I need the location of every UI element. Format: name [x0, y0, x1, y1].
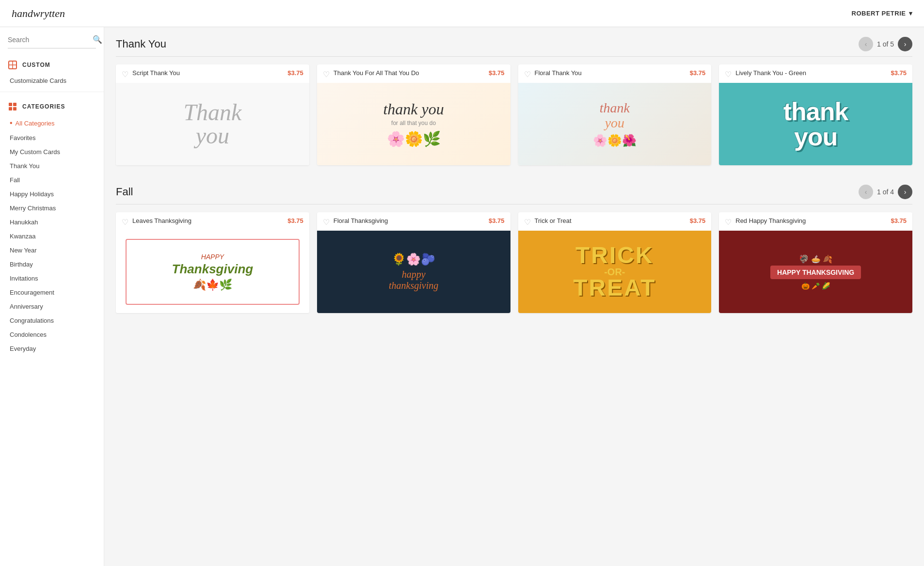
- chevron-down-icon: ▾: [909, 10, 913, 17]
- card-price: $3.75: [891, 69, 907, 77]
- card-name: Script Thank You: [132, 69, 180, 78]
- card-price: $3.75: [287, 217, 303, 224]
- sidebar-item-everyday[interactable]: Everyday: [0, 342, 104, 356]
- card-price: $3.75: [489, 69, 505, 77]
- card-header: ♡ Red Happy Thanksgiving $3.75: [719, 212, 912, 231]
- card-title-row: ♡ Leaves Thanksgiving: [122, 217, 191, 227]
- svg-rect-4: [13, 103, 16, 106]
- card-title-row: ♡ Floral Thanksgiving: [323, 217, 388, 227]
- card-image: thank you 🌸🌼🌺: [518, 83, 712, 165]
- search-input[interactable]: [8, 36, 93, 44]
- fall-next-button[interactable]: ›: [898, 185, 912, 199]
- custom-section-header: CUSTOM: [0, 56, 104, 74]
- sidebar: 🔍 CUSTOM Customizable Cards: [0, 27, 104, 566]
- happy-holidays-label: Happy Holidays: [10, 190, 54, 198]
- card-image: TRICK -OR- TREAT: [518, 231, 712, 313]
- card-price: $3.75: [891, 217, 907, 224]
- sidebar-item-customizable-cards[interactable]: Customizable Cards: [0, 74, 104, 88]
- sidebar-item-invitations[interactable]: Invitations: [0, 271, 104, 285]
- card-price: $3.75: [690, 69, 706, 77]
- card-leaves-thanksgiving[interactable]: ♡ Leaves Thanksgiving $3.75 HAPPY Thanks…: [116, 212, 309, 313]
- card-script-thank-you[interactable]: ♡ Script Thank You $3.75 Thank you: [116, 64, 309, 165]
- everyday-label: Everyday: [10, 345, 36, 352]
- categories-label: CATEGORIES: [22, 103, 65, 110]
- customizable-cards-label: Customizable Cards: [10, 77, 66, 84]
- card-image: 🦃 🥧 🍂 HAPPY THANKSGIVING 🎃 🥕 🌽: [719, 231, 912, 313]
- card-title-row: ♡ Script Thank You: [122, 69, 180, 79]
- sidebar-item-condolences[interactable]: Condolences: [0, 328, 104, 342]
- heart-icon[interactable]: ♡: [524, 70, 531, 79]
- heart-icon[interactable]: ♡: [725, 70, 732, 79]
- thank-you-prev-button[interactable]: ‹: [859, 37, 873, 51]
- card-title-row: ♡ Floral Thank You: [524, 69, 582, 79]
- heart-icon[interactable]: ♡: [122, 70, 128, 79]
- birthday-label: Birthday: [10, 261, 33, 268]
- all-categories-label: All Categories: [16, 120, 55, 127]
- new-year-label: New Year: [10, 247, 37, 254]
- anniversary-label: Anniversary: [10, 303, 43, 310]
- fall-pagination: ‹ 1 of 4 ›: [859, 185, 912, 199]
- sidebar-item-my-custom-cards[interactable]: My Custom Cards: [0, 145, 104, 159]
- sidebar-item-new-year[interactable]: New Year: [0, 243, 104, 257]
- heart-icon[interactable]: ♡: [725, 218, 732, 227]
- custom-label: CUSTOM: [22, 62, 50, 68]
- fall-cards-grid: ♡ Leaves Thanksgiving $3.75 HAPPY Thanks…: [116, 212, 912, 313]
- card-name: Floral Thank You: [535, 69, 582, 78]
- heart-icon[interactable]: ♡: [323, 218, 330, 227]
- thank-you-next-button[interactable]: ›: [898, 37, 912, 51]
- search-container: 🔍: [8, 35, 96, 48]
- sidebar-divider: [0, 92, 104, 92]
- favorites-label: Favorites: [10, 134, 35, 142]
- card-price: $3.75: [287, 69, 303, 77]
- svg-rect-3: [9, 103, 12, 106]
- card-floral-thank-you[interactable]: ♡ Floral Thank You $3.75 thank you 🌸🌼🌺: [518, 64, 712, 165]
- sidebar-item-congratulations[interactable]: Congratulations: [0, 314, 104, 328]
- card-header: ♡ Lively Thank You - Green $3.75: [719, 64, 912, 83]
- fall-prev-button[interactable]: ‹: [859, 185, 873, 199]
- card-lively-thank-you-green[interactable]: ♡ Lively Thank You - Green $3.75 thank y…: [719, 64, 912, 165]
- card-floral-thanksgiving[interactable]: ♡ Floral Thanksgiving $3.75 🌻🌸🫐 happy th…: [317, 212, 510, 313]
- sidebar-item-happy-holidays[interactable]: Happy Holidays: [0, 187, 104, 201]
- card-price: $3.75: [489, 217, 505, 224]
- thank-you-section-header: Thank You ‹ 1 of 5 ›: [116, 37, 912, 57]
- heart-icon[interactable]: ♡: [122, 218, 128, 227]
- thank-you-pagination-text: 1 of 5: [877, 40, 894, 48]
- thank-you-cards-grid: ♡ Script Thank You $3.75 Thank you: [116, 64, 912, 165]
- card-header: ♡ Script Thank You $3.75: [116, 64, 309, 83]
- card-image: thank you for all that you do 🌸🌼🌿: [317, 83, 510, 165]
- heart-icon[interactable]: ♡: [323, 70, 330, 79]
- card-header: ♡ Thank You For All That You Do $3.75: [317, 64, 510, 83]
- card-header: ♡ Leaves Thanksgiving $3.75: [116, 212, 309, 231]
- sidebar-item-anniversary[interactable]: Anniversary: [0, 299, 104, 314]
- sidebar-item-merry-christmas[interactable]: Merry Christmas: [0, 201, 104, 215]
- hanukkah-label: Hanukkah: [10, 219, 38, 226]
- card-name: Leaves Thanksgiving: [132, 217, 191, 225]
- sidebar-item-favorites[interactable]: Favorites: [0, 131, 104, 145]
- search-icon: 🔍: [93, 35, 102, 44]
- encouragement-label: Encouragement: [10, 289, 54, 296]
- card-name: Red Happy Thanksgiving: [735, 217, 806, 225]
- sidebar-item-fall[interactable]: Fall: [0, 173, 104, 187]
- thank-you-label: Thank You: [10, 162, 39, 170]
- card-trick-or-treat[interactable]: ♡ Trick or Treat $3.75 TRICK -OR- TREAT: [518, 212, 712, 313]
- condolences-label: Condolences: [10, 331, 47, 338]
- card-thank-you-for-all[interactable]: ♡ Thank You For All That You Do $3.75 th…: [317, 64, 510, 165]
- main-content: Thank You ‹ 1 of 5 › ♡ Script Thank You …: [104, 27, 924, 342]
- sidebar-item-birthday[interactable]: Birthday: [0, 257, 104, 271]
- card-image: HAPPY Thanksgiving 🍂🍁🌿: [116, 231, 309, 313]
- card-image: 🌻🌸🫐 happy thanksgiving: [317, 231, 510, 313]
- user-name: ROBERT PETRIE: [852, 10, 906, 17]
- thank-you-section: Thank You ‹ 1 of 5 › ♡ Script Thank You …: [116, 37, 912, 165]
- heart-icon[interactable]: ♡: [524, 218, 531, 227]
- card-header: ♡ Floral Thanksgiving $3.75: [317, 212, 510, 231]
- sidebar-item-encouragement[interactable]: Encouragement: [0, 285, 104, 299]
- card-price: $3.75: [690, 217, 706, 224]
- sidebar-item-thank-you[interactable]: Thank You: [0, 159, 104, 173]
- sidebar-item-hanukkah[interactable]: Hanukkah: [0, 215, 104, 229]
- card-title-row: ♡ Trick or Treat: [524, 217, 572, 227]
- user-menu[interactable]: ROBERT PETRIE ▾: [852, 10, 912, 17]
- card-red-happy-thanksgiving[interactable]: ♡ Red Happy Thanksgiving $3.75 🦃 🥧 🍂 HAP…: [719, 212, 912, 313]
- sidebar-item-kwanzaa[interactable]: Kwanzaa: [0, 229, 104, 243]
- sidebar-item-all-categories[interactable]: All Categories: [0, 115, 104, 131]
- fall-section-title: Fall: [116, 186, 859, 198]
